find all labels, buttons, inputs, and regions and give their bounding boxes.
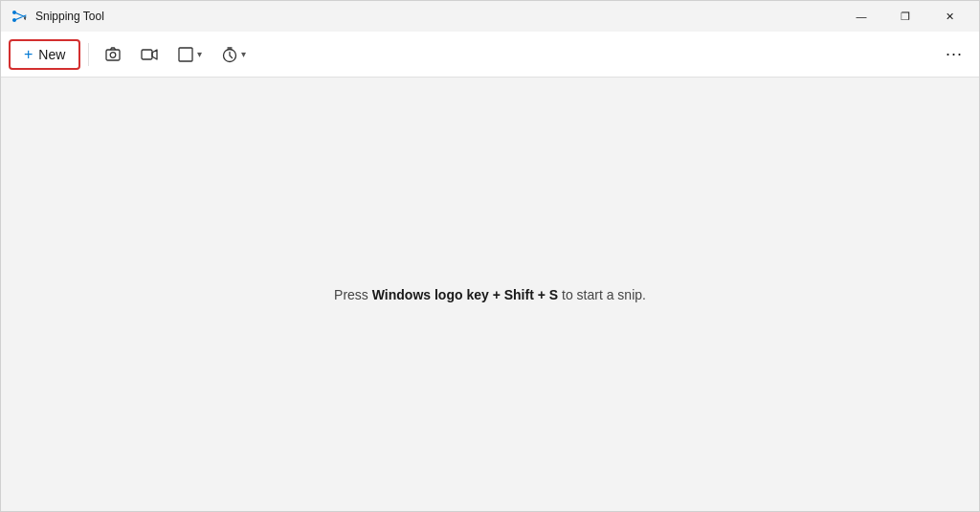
more-options-button[interactable]: ···	[937, 37, 971, 72]
svg-rect-0	[106, 50, 120, 60]
mode-button[interactable]: ▾	[169, 40, 210, 69]
timer-chevron: ▾	[241, 49, 246, 59]
window-controls: — ❐ ✕	[839, 1, 971, 32]
timer-icon	[221, 46, 238, 63]
svg-point-1	[111, 52, 117, 57]
restore-button[interactable]: ❐	[883, 1, 927, 32]
plus-icon: +	[24, 47, 33, 62]
record-icon	[141, 46, 158, 63]
title-bar: Snipping Tool — ❐ ✕	[1, 1, 979, 32]
close-button[interactable]: ✕	[927, 1, 971, 32]
toolbar: + New ▾	[1, 32, 979, 78]
timer-button[interactable]: ▾	[213, 40, 254, 69]
hint-prefix: Press	[334, 287, 372, 302]
svg-rect-2	[142, 50, 152, 59]
hint-keys: Windows logo key + Shift + S	[372, 287, 558, 302]
hint-suffix: to start a snip.	[558, 287, 646, 302]
new-button-label: New	[38, 47, 65, 62]
title-bar-left: Snipping Tool	[12, 9, 104, 24]
screenshot-button[interactable]	[97, 40, 129, 69]
screenshot-icon	[104, 46, 122, 63]
app-window: Snipping Tool — ❐ ✕ + New	[0, 0, 980, 512]
svg-rect-3	[179, 48, 192, 61]
app-title: Snipping Tool	[35, 10, 104, 23]
app-icon	[12, 9, 28, 24]
new-button[interactable]: + New	[9, 39, 80, 70]
mode-icon	[177, 46, 194, 63]
toolbar-separator-1	[88, 43, 89, 66]
record-button[interactable]	[133, 40, 166, 69]
minimize-button[interactable]: —	[839, 1, 883, 32]
mode-chevron: ▾	[197, 49, 202, 59]
main-content: Press Windows logo key + Shift + S to st…	[1, 78, 979, 511]
hint-text: Press Windows logo key + Shift + S to st…	[334, 287, 646, 302]
